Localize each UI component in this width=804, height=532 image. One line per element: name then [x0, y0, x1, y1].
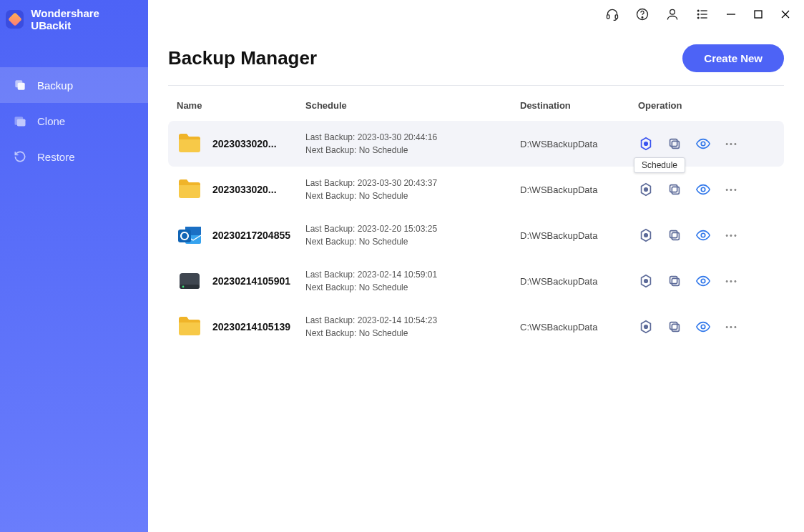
window-maximize[interactable]: [752, 9, 764, 20]
last-backup: 2023-02-14 10:54:23: [305, 314, 520, 327]
next-backup: No Schedule: [305, 189, 520, 202]
svg-point-34: [701, 233, 705, 237]
view-button[interactable]: [695, 136, 711, 152]
backup-name: 20230217204855: [212, 230, 290, 241]
svg-point-26: [701, 187, 705, 192]
table-row[interactable]: 2023033020...2023-03-30 20:43:37No Sched…: [168, 167, 784, 212]
operations-cell: [638, 319, 775, 335]
sidebar-item-label: Restore: [37, 151, 75, 163]
destination-cell: C:\WSBackupData: [520, 322, 638, 332]
schedule-button[interactable]: [638, 319, 654, 335]
menu-icon[interactable]: [695, 7, 710, 21]
copy-button[interactable]: [667, 227, 682, 243]
view-button[interactable]: [695, 273, 711, 289]
destination-cell: D:\WSBackupData: [520, 230, 638, 241]
view-button[interactable]: [695, 227, 711, 243]
view-button[interactable]: [695, 319, 711, 335]
more-button[interactable]: [724, 136, 740, 152]
headset-icon[interactable]: [605, 7, 619, 21]
svg-point-9: [697, 10, 699, 11]
svg-point-7: [642, 16, 643, 18]
name-cell: 20230214105901: [177, 270, 305, 292]
last-backup: 2023-02-14 10:59:01: [305, 268, 520, 281]
disk-icon: [177, 270, 202, 292]
svg-rect-40: [670, 277, 677, 284]
svg-rect-43: [672, 324, 679, 331]
svg-point-41: [701, 279, 705, 283]
user-icon[interactable]: [665, 7, 680, 21]
help-icon[interactable]: [635, 7, 649, 21]
next-backup: No Schedule: [305, 281, 520, 294]
window-minimize[interactable]: [725, 9, 737, 20]
destination-cell: D:\WSBackupData: [520, 184, 638, 195]
svg-rect-3: [17, 119, 26, 127]
clone-icon: [13, 114, 27, 128]
svg-rect-4: [607, 15, 609, 19]
view-button[interactable]: [695, 182, 711, 197]
tooltip: Schedule: [634, 157, 685, 173]
operations-cell: [638, 182, 775, 197]
svg-rect-32: [672, 232, 679, 240]
copy-button[interactable]: [667, 273, 682, 289]
svg-point-37: [182, 286, 185, 288]
table-row[interactable]: 202302141059012023-02-14 10:59:01No Sche…: [168, 258, 784, 304]
copy-button[interactable]: [667, 319, 682, 335]
name-cell: 2023033020...: [177, 178, 305, 201]
svg-rect-24: [672, 187, 679, 194]
svg-point-22: [701, 142, 705, 146]
svg-point-42: [644, 325, 648, 329]
backup-name: 2023033020...: [212, 184, 277, 195]
name-cell: 20230217204855: [177, 224, 305, 247]
col-name: Name: [177, 100, 305, 111]
svg-rect-39: [672, 278, 679, 285]
next-backup: No Schedule: [305, 144, 520, 157]
page-title: Backup Manager: [168, 47, 317, 69]
sidebar: Wondershare UBackit Backup Clone Restore: [0, 0, 148, 532]
svg-point-23: [644, 188, 648, 192]
sidebar-item-backup[interactable]: Backup: [0, 67, 148, 103]
table-row[interactable]: 2023033020...2023-03-30 20:44:16No Sched…: [168, 121, 784, 167]
create-new-button[interactable]: Create New: [682, 44, 784, 72]
folder-icon: [177, 178, 202, 201]
app-logo: Wondershare UBackit: [0, 0, 148, 44]
destination-cell: D:\WSBackupData: [520, 139, 638, 149]
svg-rect-5: [615, 15, 617, 19]
schedule-button[interactable]: [638, 136, 654, 152]
copy-button[interactable]: [667, 182, 682, 197]
svg-point-38: [644, 280, 648, 283]
outlook-icon: [177, 224, 202, 247]
svg-point-19: [644, 142, 648, 146]
more-button[interactable]: [724, 319, 740, 335]
sidebar-item-clone[interactable]: Clone: [0, 103, 148, 139]
sidebar-item-label: Clone: [37, 115, 65, 127]
last-backup: 2023-03-30 20:44:16: [305, 131, 520, 144]
sidebar-nav: Backup Clone Restore: [0, 67, 148, 174]
schedule-button[interactable]: [638, 273, 654, 289]
last-backup: 2023-02-20 15:03:25: [305, 222, 520, 235]
col-schedule: Schedule: [305, 100, 520, 111]
content: Backup Manager Create New Name Schedule …: [148, 29, 804, 532]
table-row[interactable]: 202302141051392023-02-14 10:54:23No Sche…: [168, 304, 784, 350]
svg-point-11: [697, 14, 699, 15]
more-button[interactable]: [724, 273, 740, 289]
svg-rect-16: [755, 11, 762, 18]
window-close[interactable]: [780, 9, 791, 20]
last-backup: 2023-03-30 20:43:37: [305, 177, 520, 189]
schedule-cell: 2023-03-30 20:43:37No Schedule: [305, 177, 520, 202]
svg-point-31: [644, 234, 648, 237]
operations-cell: [638, 227, 775, 243]
schedule-cell: 2023-02-14 10:59:01No Schedule: [305, 268, 520, 294]
more-button[interactable]: [724, 182, 740, 197]
table-row[interactable]: 202302172048552023-02-20 15:03:25No Sche…: [168, 212, 784, 258]
svg-rect-25: [670, 185, 677, 192]
schedule-button[interactable]: [638, 182, 654, 197]
restore-icon: [13, 149, 27, 164]
svg-rect-1: [18, 83, 25, 90]
copy-button[interactable]: [667, 136, 682, 152]
next-backup: No Schedule: [305, 235, 520, 248]
schedule-cell: 2023-02-20 15:03:25No Schedule: [305, 222, 520, 248]
schedule-button[interactable]: [638, 227, 654, 243]
more-button[interactable]: [724, 227, 740, 243]
next-backup: No Schedule: [305, 327, 520, 340]
sidebar-item-restore[interactable]: Restore: [0, 139, 148, 174]
